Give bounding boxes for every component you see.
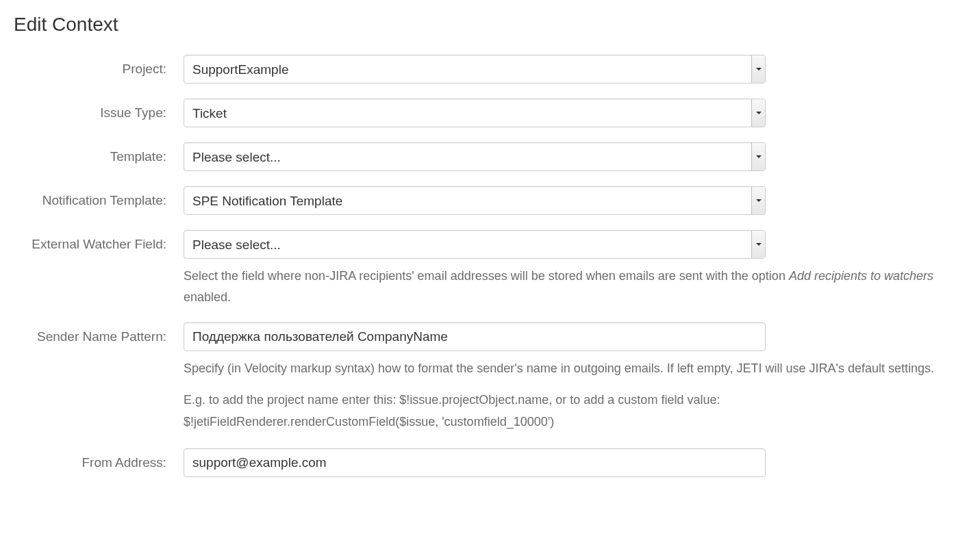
template-select[interactable]: Please select... <box>184 142 766 171</box>
sender-name-row: Sender Name Pattern: Specify (in Velocit… <box>14 322 966 433</box>
project-row: Project: SupportExample <box>14 55 966 84</box>
from-address-label: From Address: <box>14 448 184 473</box>
external-watcher-label: External Watcher Field: <box>14 230 184 255</box>
sender-name-help: Specify (in Velocity markup syntax) how … <box>184 358 966 379</box>
external-watcher-select[interactable]: Please select... <box>184 230 766 259</box>
issue-type-select[interactable]: Ticket <box>184 99 766 127</box>
from-address-input[interactable] <box>184 448 766 477</box>
sender-name-input[interactable] <box>184 322 766 351</box>
template-row: Template: Please select... <box>14 142 966 171</box>
sender-name-example: E.g. to add the project name enter this:… <box>184 389 966 433</box>
notification-template-row: Notification Template: SPE Notification … <box>14 186 966 215</box>
external-watcher-help: Select the field where non-JIRA recipien… <box>184 266 966 307</box>
sender-name-label: Sender Name Pattern: <box>14 322 184 347</box>
issue-type-label: Issue Type: <box>14 99 184 123</box>
project-label: Project: <box>14 55 184 79</box>
project-select[interactable]: SupportExample <box>184 55 766 84</box>
notification-template-label: Notification Template: <box>14 186 184 211</box>
from-address-row: From Address: <box>14 448 966 477</box>
external-watcher-row: External Watcher Field: Please select...… <box>14 230 966 307</box>
template-label: Template: <box>14 142 184 167</box>
page-title: Edit Context <box>14 14 966 36</box>
issue-type-row: Issue Type: Ticket <box>14 99 966 127</box>
edit-context-form: Project: SupportExample Issue Type: Tick… <box>14 55 966 477</box>
notification-template-select[interactable]: SPE Notification Template <box>184 186 766 215</box>
